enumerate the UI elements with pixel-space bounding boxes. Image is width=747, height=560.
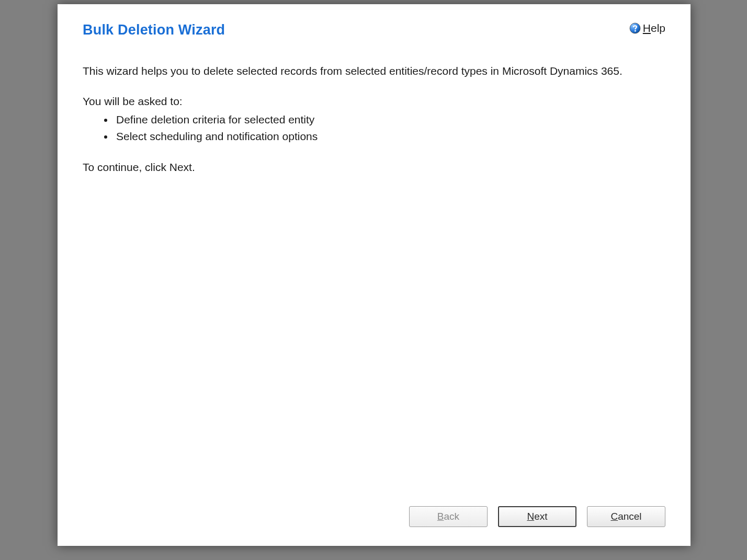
continue-text: To continue, click Next. xyxy=(83,159,665,175)
list-item: Define deletion criteria for selected en… xyxy=(114,112,665,128)
back-button: Back xyxy=(409,506,488,527)
help-link[interactable]: Help xyxy=(629,22,665,35)
cancel-button[interactable]: Cancel xyxy=(587,506,665,527)
list-item: Select scheduling and notification optio… xyxy=(114,129,665,144)
button-bar: Back Next Cancel xyxy=(58,506,691,546)
bulk-deletion-wizard-dialog: Bulk Deletion Wizard Help xyxy=(58,4,691,546)
intro-text: This wizard helps you to delete selected… xyxy=(83,63,665,79)
steps-list: Define deletion criteria for selected en… xyxy=(114,112,665,145)
next-button[interactable]: Next xyxy=(498,506,576,527)
wizard-body: This wizard helps you to delete selected… xyxy=(58,38,691,190)
help-icon xyxy=(629,22,641,34)
prompt-text: You will be asked to: xyxy=(83,94,665,109)
help-label: Help xyxy=(643,22,665,35)
wizard-title: Bulk Deletion Wizard xyxy=(83,22,225,38)
dialog-header: Bulk Deletion Wizard Help xyxy=(58,4,691,38)
svg-point-1 xyxy=(635,30,636,32)
